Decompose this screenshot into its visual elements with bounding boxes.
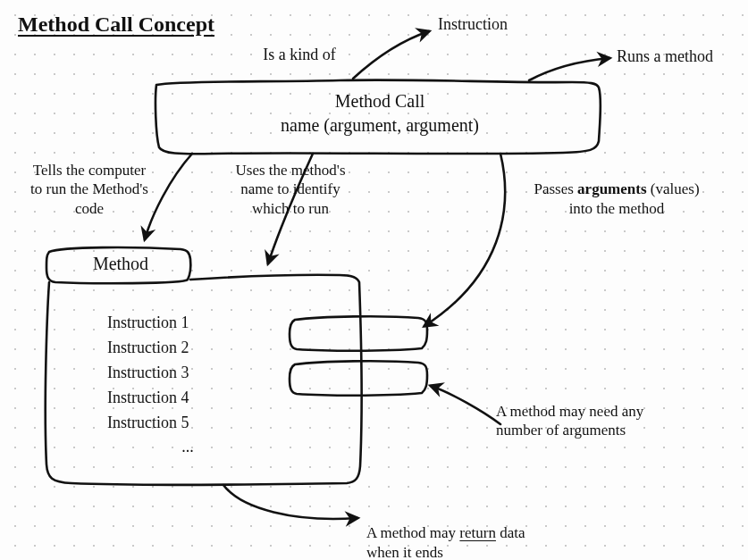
label-passes-arguments: Passes arguments (values) into the metho… <box>500 161 733 218</box>
arrow-passes-arguments <box>424 154 505 326</box>
list-item: Instruction 1 <box>107 311 268 336</box>
page-title: Method Call Concept <box>18 13 214 37</box>
label-return-data: A method may return data when it ends <box>366 505 652 560</box>
arrow-return-data <box>223 485 357 519</box>
param-box-2 <box>290 361 427 395</box>
label-uses-name: Uses the method's name to identify which… <box>201 161 380 218</box>
param-box-1 <box>290 316 427 350</box>
list-item: ... <box>107 435 268 460</box>
list-item: Instruction 2 <box>107 336 268 361</box>
list-item: Instruction 4 <box>107 386 268 411</box>
label-tells-computer: Tells the computer to run the Method's c… <box>0 161 179 218</box>
label-any-number-args: A method may need any number of argument… <box>496 402 728 440</box>
list-item: Instruction 3 <box>107 361 268 386</box>
arrow-runs-a-method <box>529 58 609 80</box>
method-call-line1: Method Call <box>335 91 425 111</box>
arrow-any-number-args <box>431 386 500 424</box>
label-instruction-target: Instruction <box>438 14 508 35</box>
label-return-underline: return <box>459 524 496 541</box>
label-passes-arguments-bold: arguments <box>577 180 646 197</box>
label-is-a-kind-of: Is a kind of <box>232 45 366 65</box>
label-runs-a-method: Runs a method <box>617 46 713 67</box>
method-call-box-text: Method Call name (argument, argument) <box>165 89 594 138</box>
label-return-pre: A method may <box>366 524 459 541</box>
instruction-list: Instruction 1 Instruction 2 Instruction … <box>107 311 268 460</box>
method-call-line2: name (argument, argument) <box>281 115 479 135</box>
list-item: Instruction 5 <box>107 411 268 436</box>
method-label: Method <box>54 254 188 274</box>
diagram-canvas <box>0 0 748 560</box>
label-passes-arguments-pre: Passes <box>534 180 577 197</box>
